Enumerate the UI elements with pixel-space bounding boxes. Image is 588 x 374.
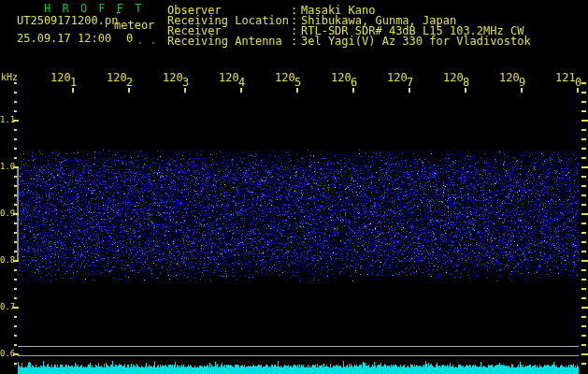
freq-label: 1.1	[0, 115, 14, 124]
info-colon: :	[291, 36, 297, 47]
freq-label: 0.6	[0, 349, 14, 358]
freq-label: 0.8	[0, 255, 14, 265]
time-label: 1203	[163, 72, 183, 83]
time-label-minute-digit: 8	[463, 77, 469, 88]
time-label: 1206	[331, 72, 351, 83]
time-label: 1202	[107, 72, 127, 83]
time-label: 1210	[555, 72, 576, 83]
time-label: 1201	[50, 72, 71, 83]
freq-label: 0.7	[0, 302, 14, 311]
time-label: 1209	[499, 72, 520, 83]
time-label-minute-digit: 6	[351, 77, 357, 88]
info-row-antenna: Receiving Antenna : 3el Yagi(V) Az 330 f…	[0, 36, 588, 47]
time-label-minute-digit: 7	[407, 77, 413, 88]
info-label: Receiving Antenna	[167, 36, 282, 47]
time-label: 1205	[275, 72, 295, 83]
spectrogram-canvas	[0, 0, 588, 374]
info-value: 3el Yagi(V) Az 330 for Vladivostok	[301, 36, 531, 47]
time-label: 1207	[387, 72, 408, 83]
freq-label: 1.0	[0, 162, 14, 171]
time-label-minute-digit: 4	[238, 77, 245, 88]
time-label: 1204	[219, 72, 239, 83]
time-label: 1208	[443, 72, 464, 83]
time-label-minute-digit: 3	[182, 77, 189, 88]
freq-label: 0.9	[0, 209, 14, 218]
time-label-minute-digit: 2	[126, 77, 133, 88]
time-label-minute-digit: 1	[70, 77, 77, 88]
time-label-minute-digit: 9	[519, 77, 525, 88]
hrofft-output: H R O F F T UT2509171200.pn ¨ meteor 25.…	[0, 0, 588, 374]
time-label-minute-digit: 0	[575, 77, 581, 88]
time-label-minute-digit: 5	[294, 77, 301, 88]
freq-unit-label: kHz	[1, 72, 18, 82]
